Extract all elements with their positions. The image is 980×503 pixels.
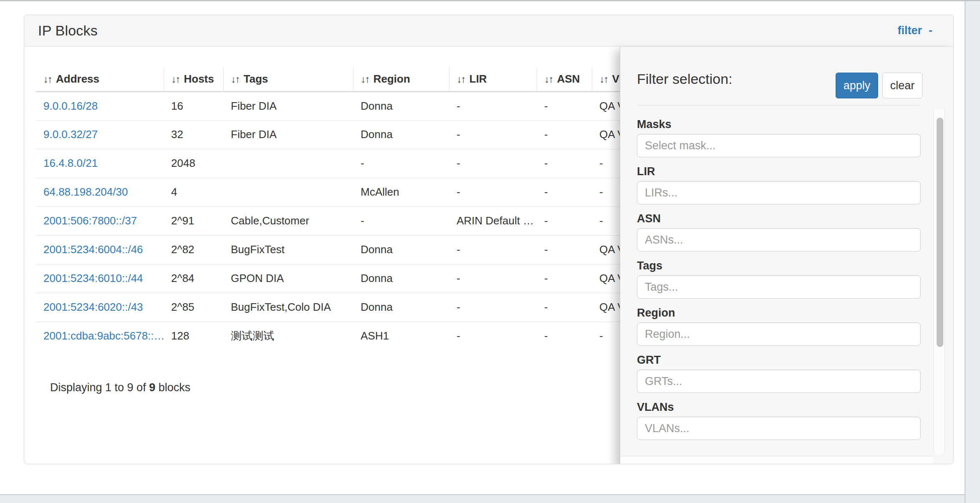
cell-asn: -	[537, 235, 592, 264]
cell-asn: -	[537, 178, 592, 206]
cell-asn: -	[537, 264, 592, 293]
filter-field-input[interactable]	[637, 228, 921, 252]
column-header-label: LIR	[470, 73, 487, 85]
sort-icon: ↓↑	[361, 73, 369, 85]
address-link[interactable]: 64.88.198.204/30	[43, 186, 128, 198]
sort-icon: ↓↑	[545, 73, 553, 85]
cell-lir: ARIN Default …	[449, 206, 537, 235]
cell-lir: -	[449, 264, 537, 293]
filter-field-group: VLANs	[637, 401, 921, 440]
cell-address: 2001:cdba:9abc:5678::…	[36, 322, 164, 350]
cell-address: 2001:5234:6020::/43	[36, 293, 164, 322]
address-link[interactable]: 2001:5234:6004::/46	[43, 243, 143, 256]
sort-icon: ↓↑	[600, 73, 608, 85]
cell-lir: -	[449, 293, 537, 322]
ip-blocks-card: IP Blocks filter - ↓↑Address	[24, 15, 954, 464]
filter-field-label: Masks	[637, 118, 921, 130]
filter-field-input[interactable]	[637, 181, 921, 204]
filter-panel-title: Filter selection:	[637, 71, 732, 87]
cell-region: -	[353, 149, 449, 178]
cell-tags: BugFixTest	[223, 235, 353, 264]
column-header[interactable]: ↓↑Region	[353, 67, 449, 91]
filter-field-input[interactable]	[637, 370, 921, 393]
collapse-minus-icon[interactable]: -	[929, 24, 932, 37]
cell-hosts: 128	[164, 322, 223, 350]
address-link[interactable]: 2001:5234:6010::/44	[43, 272, 143, 284]
cell-tags: Cable,Customer	[223, 206, 353, 235]
panel-divider	[637, 105, 921, 106]
column-header[interactable]: ↓↑LIR	[449, 67, 537, 91]
cell-lir: -	[449, 178, 537, 206]
panel-footer-strip	[620, 456, 933, 464]
column-header[interactable]: ↓↑Tags	[223, 67, 353, 91]
cell-hosts: 2^85	[164, 293, 223, 322]
cell-asn: -	[537, 293, 592, 322]
address-link[interactable]: 2001:5234:6020::/43	[43, 301, 143, 313]
filter-field-input[interactable]	[637, 322, 921, 346]
apply-button[interactable]: apply	[836, 73, 878, 98]
page-bottom-gutter	[0, 494, 965, 503]
filter-field-group: Region	[637, 307, 921, 346]
cell-tags	[223, 178, 353, 206]
cell-region: Donna	[353, 120, 449, 149]
column-header[interactable]: ↓↑ASN	[537, 67, 592, 91]
column-header-label: ASN	[557, 73, 580, 85]
filter-fields: Masks LIR ASN Tags	[637, 118, 921, 448]
filter-field-label: LIR	[637, 166, 921, 177]
cell-asn: -	[537, 322, 592, 350]
filter-field-group: GRT	[637, 354, 921, 393]
address-link[interactable]: 9.0.0.32/27	[43, 128, 98, 141]
column-header[interactable]: ↓↑Address	[36, 67, 164, 91]
cell-address: 64.88.198.204/30	[36, 178, 164, 206]
filter-field-input[interactable]	[637, 417, 921, 440]
cell-lir: -	[449, 235, 537, 264]
filter-field-label: Region	[637, 307, 921, 319]
column-header[interactable]: ↓↑Hosts	[164, 67, 223, 91]
filter-link[interactable]: filter	[897, 24, 922, 37]
filter-panel: Filter selection: apply clear Masks LIR …	[620, 47, 954, 464]
cell-region: Donna	[353, 91, 449, 120]
cell-asn: -	[537, 91, 592, 120]
card-header: IP Blocks filter -	[24, 15, 953, 47]
clear-button[interactable]: clear	[882, 73, 922, 98]
sort-icon: ↓↑	[457, 73, 465, 85]
cell-hosts: 4	[164, 178, 223, 206]
cell-asn: -	[537, 206, 592, 235]
cell-region: McAllen	[353, 178, 449, 206]
panel-scrollbar-thumb[interactable]	[937, 118, 943, 347]
filter-field-label: Tags	[637, 260, 921, 272]
address-link[interactable]: 16.4.8.0/21	[43, 157, 98, 169]
cell-tags: GPON DIA	[223, 264, 353, 293]
address-link[interactable]: 2001:cdba:9abc:5678::…	[43, 329, 164, 342]
cell-address: 2001:506:7800::/37	[36, 206, 164, 235]
cell-address: 16.4.8.0/21	[36, 149, 164, 178]
page-title: IP Blocks	[38, 23, 98, 39]
filter-field-input[interactable]	[637, 134, 921, 157]
cell-lir: -	[449, 322, 537, 350]
pagination-summary-count: 9	[149, 381, 155, 394]
column-header-label: Hosts	[184, 73, 214, 85]
address-link[interactable]: 2001:506:7800::/37	[43, 214, 137, 227]
cell-tags: BugFixTest,Colo DIA	[223, 293, 353, 322]
filter-field-group: ASN	[637, 213, 921, 252]
cell-tags: 测试测试	[223, 322, 353, 350]
column-header-label: Region	[374, 73, 410, 85]
cell-region: Donna	[353, 235, 449, 264]
cell-lir: -	[449, 149, 537, 178]
filter-toggle[interactable]: filter -	[897, 24, 932, 37]
cell-address: 2001:5234:6004::/46	[36, 235, 164, 264]
pagination-summary-prefix: Displaying 1 to 9 of	[50, 381, 149, 394]
filter-field-input[interactable]	[637, 275, 921, 299]
cell-tags: Fiber DIA	[223, 91, 353, 120]
cell-tags: Fiber DIA	[223, 120, 353, 149]
cell-region: ASH1	[353, 322, 449, 350]
cell-region: Donna	[353, 293, 449, 322]
cell-hosts: 2^82	[164, 235, 223, 264]
filter-field-label: VLANs	[637, 401, 921, 413]
cell-asn: -	[537, 120, 592, 149]
cell-region: -	[353, 206, 449, 235]
address-link[interactable]: 9.0.0.16/28	[43, 100, 98, 112]
page-right-gutter	[965, 0, 980, 503]
cell-hosts: 2048	[164, 149, 223, 178]
cell-lir: -	[449, 120, 537, 149]
